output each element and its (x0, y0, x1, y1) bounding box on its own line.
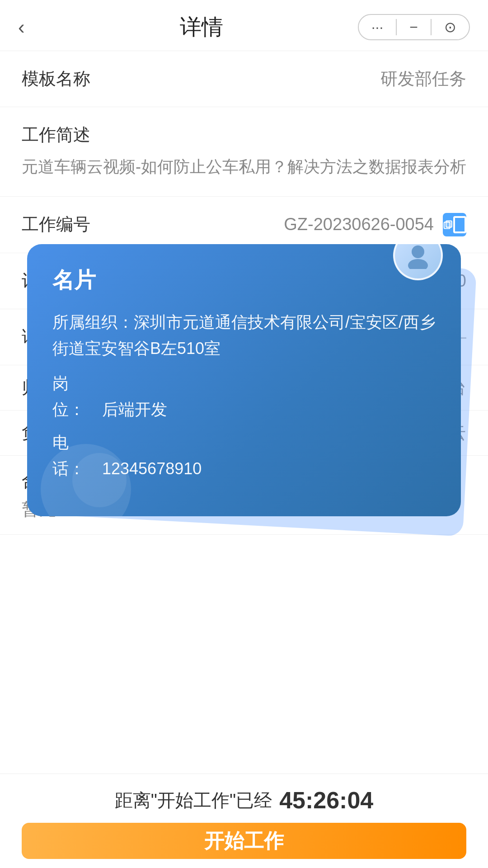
countdown-timer: 45:26:04 (279, 787, 373, 814)
template-name-value: 研发部任务 (380, 67, 466, 90)
business-card-org: 所属组织：深圳市元道通信技术有限公司/宝安区/西乡街道宝安智谷B左510室 (52, 309, 436, 361)
work-number-value: GZ-20230626-0054 (284, 215, 434, 234)
countdown-label: 距离"开始工作"已经 (115, 788, 272, 813)
svg-point-2 (412, 245, 424, 258)
work-desc-row: 工作简述 元道车辆云视频-如何防止公车私用？解决方法之数据报表分析 (0, 107, 488, 197)
template-name-label: 模板名称 (22, 67, 112, 90)
business-card[interactable]: 名片 所属组织：深圳市元道通信技术有限公司/宝安区/西乡街道宝安智谷B左510室… (27, 244, 461, 516)
header: ‹ 详情 ··· − ⊙ (0, 0, 488, 51)
work-desc-label: 工作简述 (22, 123, 112, 146)
divider2 (431, 19, 432, 35)
bottom-bar: 距离"开始工作"已经 45:26:04 开始工作 (0, 774, 488, 868)
start-work-button[interactable]: 开始工作 (22, 823, 466, 859)
header-actions: ··· − ⊙ (358, 14, 470, 40)
work-number-label: 工作编号 (22, 213, 112, 236)
copy-button[interactable] (443, 213, 466, 236)
business-card-position: 岗 位： 后端开发 (52, 370, 436, 422)
work-desc-value: 元道车辆云视频-如何防止公车私用？解决方法之数据报表分析 (22, 154, 466, 180)
target-icon[interactable]: ⊙ (441, 19, 460, 36)
business-card-title: 名片 (52, 266, 436, 295)
main-content: 模板名称 研发部任务 工作简述 元道车辆云视频-如何防止公车私用？解决方法之数据… (0, 51, 488, 868)
minimize-icon[interactable]: − (406, 19, 422, 36)
start-work-label: 开始工作 (204, 828, 284, 854)
more-icon[interactable]: ··· (368, 19, 387, 36)
template-name-row: 模板名称 研发部任务 (0, 51, 488, 107)
business-card-phone: 电 话： 12345678910 (52, 429, 436, 481)
business-card-popup: 名片 所属组织：深圳市元道通信技术有限公司/宝安区/西乡街道宝安智谷B左510室… (27, 244, 461, 516)
back-button[interactable]: ‹ (18, 16, 45, 38)
work-number-value-group: GZ-20230626-0054 (284, 213, 466, 236)
svg-point-3 (408, 259, 428, 269)
popup-spacer (0, 535, 488, 788)
countdown-container: 距离"开始工作"已经 45:26:04 (115, 787, 374, 814)
page-title: 详情 (180, 13, 223, 42)
svg-rect-1 (446, 221, 452, 227)
divider (396, 19, 397, 35)
